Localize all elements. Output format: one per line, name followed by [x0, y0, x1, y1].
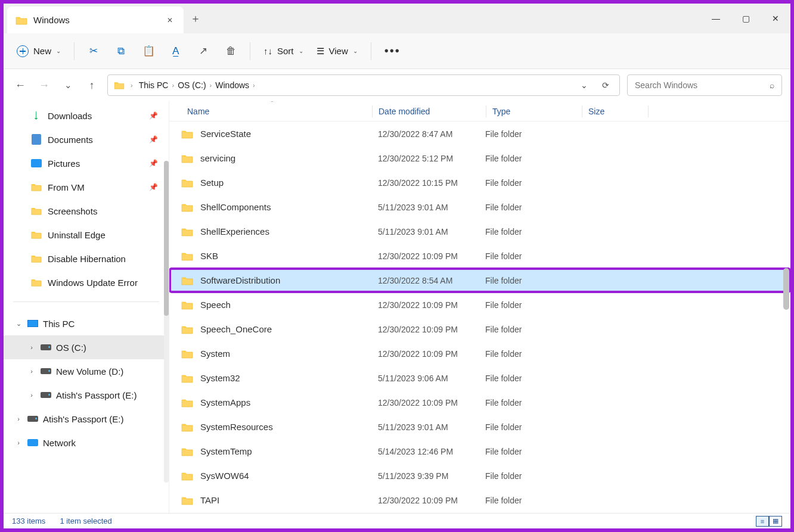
file-row[interactable]: ShellComponents5/11/2023 9:01 AMFile fol… [169, 195, 790, 219]
file-type: File folder [485, 496, 575, 505]
column-date[interactable]: Date modified [379, 107, 486, 116]
file-row[interactable]: Speech12/30/2022 10:09 PMFile folder [169, 293, 790, 317]
search-input[interactable] [635, 80, 770, 90]
sidebar-item[interactable]: Screenshots [4, 199, 169, 223]
sort-button[interactable]: ↑↓ Sort ⌄ [263, 46, 303, 56]
pic-icon [31, 159, 42, 167]
expand-icon[interactable]: › [27, 344, 36, 351]
forward-button[interactable]: → [36, 77, 52, 94]
close-window-button[interactable]: ✕ [761, 4, 790, 33]
file-row[interactable]: SKB12/30/2022 10:09 PMFile folder [169, 244, 790, 268]
expand-icon[interactable]: ⌄ [14, 320, 23, 328]
breadcrumb-item[interactable]: Windows [215, 80, 249, 90]
chevron-right-icon[interactable]: › [210, 82, 212, 89]
address-bar[interactable]: › This PC›OS (C:)›Windows› ⌄ ⟳ [107, 74, 620, 96]
sidebar-item-label: Pictures [48, 158, 80, 169]
file-row[interactable]: System12/30/2022 10:09 PMFile folder [169, 341, 790, 366]
tree-item-label: Atish's Passport (E:) [56, 390, 137, 400]
expand-icon[interactable]: › [27, 368, 36, 375]
tree-item[interactable]: ›Atish's Passport (E:) [4, 383, 169, 407]
sort-icon: ↑↓ [263, 46, 272, 56]
minimize-button[interactable]: — [701, 4, 731, 33]
large-icons-view-button[interactable]: ▦ [769, 516, 782, 527]
breadcrumb-item[interactable]: This PC [139, 80, 169, 90]
tree-item[interactable]: ›OS (C:) [4, 335, 169, 359]
maximize-button[interactable]: ▢ [731, 4, 761, 33]
file-row[interactable]: SystemTemp5/14/2023 12:46 PMFile folder [169, 439, 790, 463]
file-row[interactable]: ShellExperiences5/11/2023 9:01 AMFile fo… [169, 219, 790, 244]
up-button[interactable]: ↑ [83, 77, 100, 94]
tab[interactable]: Windows ✕ [7, 7, 184, 33]
file-row[interactable]: SysWOW645/11/2023 9:39 PMFile folder [169, 463, 790, 488]
drive-icon [41, 391, 51, 399]
chevron-right-icon[interactable]: › [131, 82, 133, 89]
column-size[interactable]: Size [588, 107, 648, 116]
close-tab-icon[interactable]: ✕ [165, 16, 175, 24]
file-row[interactable]: SystemResources5/11/2023 9:01 AMFile fol… [169, 415, 790, 439]
file-name: SystemApps [200, 397, 378, 407]
back-button[interactable]: ← [12, 77, 29, 94]
sidebar-item[interactable]: Uninstall Edge [4, 223, 169, 247]
title-bar: Windows ✕ ＋ — ▢ ✕ [4, 4, 790, 33]
more-button[interactable]: ••• [384, 44, 401, 58]
details-view-button[interactable]: ≡ [756, 516, 769, 527]
expand-icon[interactable]: › [14, 439, 23, 446]
file-name: SystemResources [200, 422, 378, 432]
column-name[interactable]: ˄ Name [187, 107, 372, 116]
chevron-right-icon[interactable]: › [253, 82, 255, 89]
sidebar-item[interactable]: Pictures📌 [4, 151, 169, 175]
file-row[interactable]: SoftwareDistribution12/30/2022 8:54 AMFi… [169, 268, 790, 293]
file-row[interactable]: Speech_OneCore12/30/2022 10:09 PMFile fo… [169, 317, 790, 341]
expand-icon[interactable]: › [14, 415, 23, 422]
address-row: ← → ⌄ ↑ › This PC›OS (C:)›Windows› ⌄ ⟳ ⌕ [4, 69, 790, 101]
file-type: File folder [485, 325, 575, 334]
refresh-icon[interactable]: ⟳ [598, 80, 613, 90]
search-box[interactable]: ⌕ [627, 74, 782, 96]
folder-icon [181, 203, 193, 212]
file-row[interactable]: servicing12/30/2022 5:12 PMFile folder [169, 146, 790, 170]
recent-button[interactable]: ⌄ [60, 77, 76, 94]
file-row[interactable]: System325/11/2023 9:06 AMFile folder [169, 366, 790, 390]
column-type[interactable]: Type [492, 107, 582, 116]
item-count: 133 items [12, 517, 45, 525]
file-row[interactable]: SystemApps12/30/2022 10:09 PMFile folder [169, 390, 790, 415]
sidebar: ⭣Downloads📌Documents📌Pictures📌From VM📌Sc… [4, 101, 169, 513]
sidebar-item[interactable]: Disable Hibernation [4, 247, 169, 270]
copy-icon[interactable]: ⧉ [115, 45, 127, 57]
sidebar-scrollbar-thumb[interactable] [164, 161, 169, 316]
chevron-right-icon[interactable]: › [172, 82, 174, 89]
sidebar-item[interactable]: Windows Update Error [4, 270, 169, 294]
share-icon[interactable]: ↗ [197, 45, 209, 57]
delete-icon[interactable]: 🗑 [225, 45, 237, 57]
file-name: SoftwareDistribution [200, 275, 378, 285]
cut-icon[interactable]: ✂ [88, 45, 100, 57]
main-scrollbar-thumb[interactable] [783, 268, 789, 310]
tree-item-label: Atish's Passport (E:) [43, 414, 123, 424]
pin-icon: 📌 [149, 183, 158, 191]
file-type: File folder [485, 374, 575, 383]
tree-item[interactable]: ›Atish's Passport (E:) [4, 407, 169, 431]
new-tab-button[interactable]: ＋ [184, 4, 207, 33]
sidebar-item[interactable]: From VM📌 [4, 175, 169, 199]
breadcrumb-item[interactable]: OS (C:) [178, 80, 206, 90]
file-date: 12/30/2022 10:09 PM [378, 300, 485, 310]
view-button[interactable]: ☰ View ⌄ [317, 46, 358, 57]
expand-icon[interactable]: › [27, 391, 36, 399]
rename-icon[interactable]: A̲ [170, 45, 182, 57]
folder-icon [31, 254, 42, 263]
file-row[interactable]: TAPI12/30/2022 10:09 PMFile folder [169, 488, 790, 512]
file-row[interactable]: ServiceState12/30/2022 8:47 AMFile folde… [169, 122, 790, 146]
new-button[interactable]: New ⌄ [17, 45, 61, 57]
paste-icon[interactable]: 📋 [142, 45, 154, 57]
file-row[interactable]: Setup12/30/2022 10:15 PMFile folder [169, 170, 790, 195]
tree-item[interactable]: ›New Volume (D:) [4, 359, 169, 383]
tree-item[interactable]: ›Network [4, 431, 169, 455]
file-list: ˄ Name Date modified Type Size ServiceSt… [169, 101, 790, 513]
file-date: 5/11/2023 9:39 PM [378, 471, 485, 481]
sidebar-item[interactable]: ⭣Downloads📌 [4, 104, 169, 127]
tree-item[interactable]: ⌄This PC [4, 312, 169, 335]
sidebar-item[interactable]: Documents📌 [4, 127, 169, 151]
net-icon [27, 438, 38, 447]
file-date: 12/30/2022 10:15 PM [378, 178, 485, 188]
address-dropdown-icon[interactable]: ⌄ [576, 80, 592, 90]
